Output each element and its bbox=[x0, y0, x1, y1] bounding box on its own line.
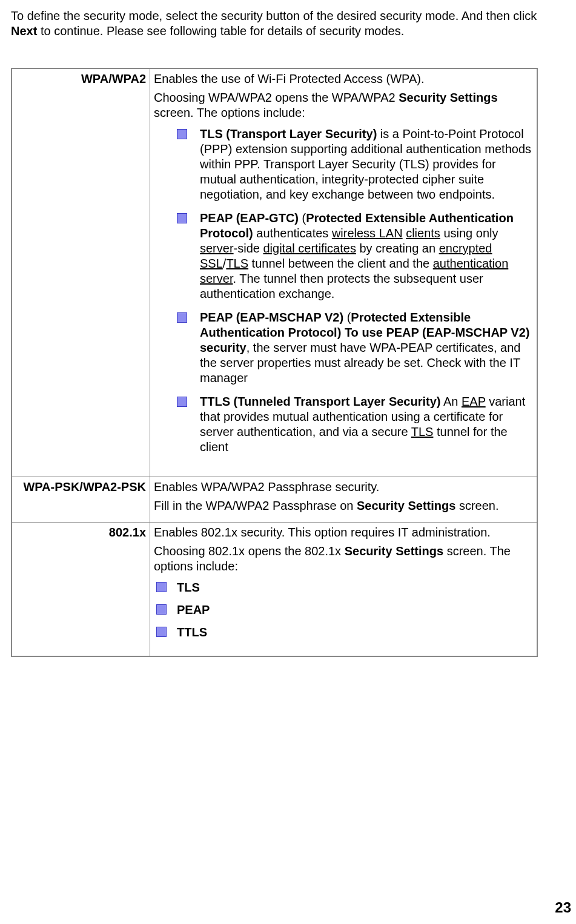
page-number: 23 bbox=[555, 899, 571, 917]
list-item: TLS bbox=[156, 580, 533, 595]
bullet-icon bbox=[177, 312, 187, 323]
table-row: WPA-PSK/WPA2-PSK Enables WPA/WPA2 Passph… bbox=[12, 477, 537, 523]
bullet-icon bbox=[156, 582, 167, 592]
list-item: PEAP bbox=[156, 602, 533, 618]
list-item: TLS (Transport Layer Security) is a Poin… bbox=[177, 127, 533, 202]
wpa-options-list: TLS (Transport Layer Security) is a Poin… bbox=[177, 127, 533, 455]
intro-paragraph: To define the security mode, select the … bbox=[11, 8, 565, 39]
bullet-icon bbox=[177, 213, 187, 223]
8021x-p2: Choosing 802.1x opens the 802.1x Securit… bbox=[154, 544, 533, 574]
mode-desc-psk: Enables WPA/WPA2 Passphrase security. Fi… bbox=[150, 477, 538, 523]
mode-desc-wpa: Enables the use of Wi-Fi Protected Acces… bbox=[150, 68, 538, 477]
list-item: PEAP (EAP-MSCHAP V2) (Protected Extensib… bbox=[177, 310, 533, 386]
bullet-icon bbox=[156, 604, 167, 615]
8021x-options-list: TLS PEAP TTLS bbox=[156, 580, 533, 640]
mode-label-psk: WPA-PSK/WPA2-PSK bbox=[12, 477, 150, 523]
wpa-p2: Choosing WPA/WPA2 opens the WPA/WPA2 Sec… bbox=[154, 90, 533, 120]
intro-text-prefix: To define the security mode, select the … bbox=[11, 9, 537, 22]
wpa-p1: Enables the use of Wi-Fi Protected Acces… bbox=[154, 71, 533, 87]
bullet-icon bbox=[177, 397, 187, 407]
psk-p2: Fill in the WPA/WPA2 Passphrase on Secur… bbox=[154, 498, 533, 513]
table-row: 802.1x Enables 802.1x security. This opt… bbox=[12, 523, 537, 657]
intro-bold-next: Next bbox=[11, 24, 37, 38]
mode-label-wpa: WPA/WPA2 bbox=[12, 68, 150, 477]
intro-text-suffix: to continue. Please see following table … bbox=[37, 24, 404, 38]
list-item: TTLS bbox=[156, 625, 533, 640]
list-item: PEAP (EAP-GTC) (Protected Extensible Aut… bbox=[177, 211, 533, 302]
bullet-icon bbox=[156, 627, 167, 637]
mode-label-8021x: 802.1x bbox=[12, 523, 150, 657]
mode-desc-8021x: Enables 802.1x security. This option req… bbox=[150, 523, 538, 657]
table-row: WPA/WPA2 Enables the use of Wi-Fi Protec… bbox=[12, 68, 537, 477]
psk-p1: Enables WPA/WPA2 Passphrase security. bbox=[154, 480, 533, 495]
security-modes-table: WPA/WPA2 Enables the use of Wi-Fi Protec… bbox=[11, 68, 538, 657]
list-item: TTLS (Tunneled Transport Layer Security)… bbox=[177, 394, 533, 455]
bullet-icon bbox=[177, 129, 187, 139]
8021x-p1: Enables 802.1x security. This option req… bbox=[154, 525, 533, 540]
